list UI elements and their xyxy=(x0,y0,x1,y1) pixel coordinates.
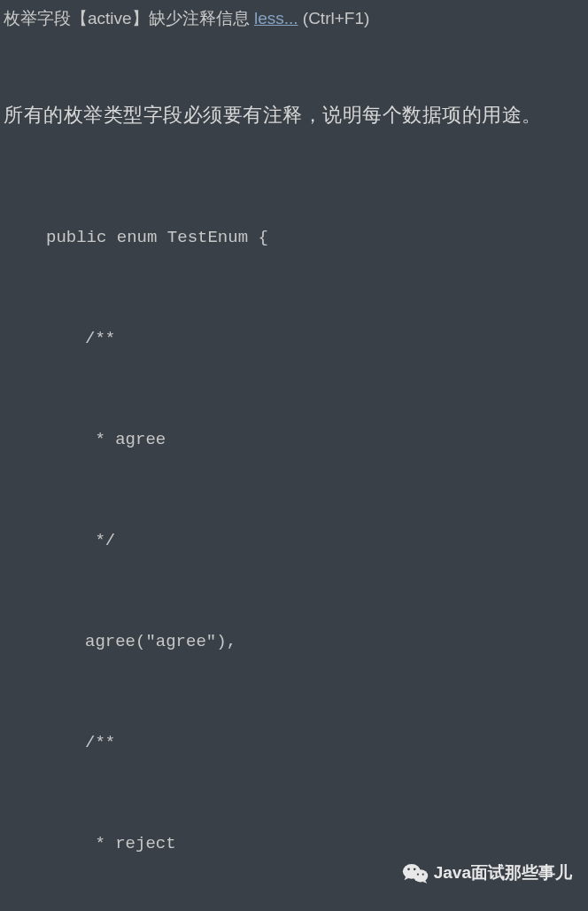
code-block: public enum TestEnum { /** * agree */ ag… xyxy=(0,136,588,911)
code-line: agree("agree"), xyxy=(7,625,581,658)
code-line: /** xyxy=(7,726,581,759)
inspection-less-link[interactable]: less... xyxy=(254,9,298,27)
wechat-icon xyxy=(402,861,429,884)
inspection-bar: 枚举字段【active】缺少注释信息 less... (Ctrl+F1) xyxy=(0,0,588,37)
watermark: Java面试那些事儿 xyxy=(402,861,572,884)
watermark-text: Java面试那些事儿 xyxy=(434,861,572,884)
svg-point-1 xyxy=(413,869,428,882)
code-line: */ xyxy=(7,524,581,557)
code-line: public enum TestEnum { xyxy=(7,221,581,254)
svg-point-2 xyxy=(407,868,410,871)
inspection-description: 所有的枚举类型字段必须要有注释，说明每个数据项的用途。 xyxy=(0,95,588,136)
svg-point-4 xyxy=(417,874,419,876)
code-line: * agree xyxy=(7,423,581,456)
code-line: /** xyxy=(7,322,581,355)
svg-point-3 xyxy=(414,868,416,871)
svg-point-5 xyxy=(422,874,423,876)
inspection-shortcut: (Ctrl+F1) xyxy=(298,9,370,27)
code-line: * reject xyxy=(7,827,581,860)
inspection-message: 枚举字段【active】缺少注释信息 xyxy=(4,9,254,27)
